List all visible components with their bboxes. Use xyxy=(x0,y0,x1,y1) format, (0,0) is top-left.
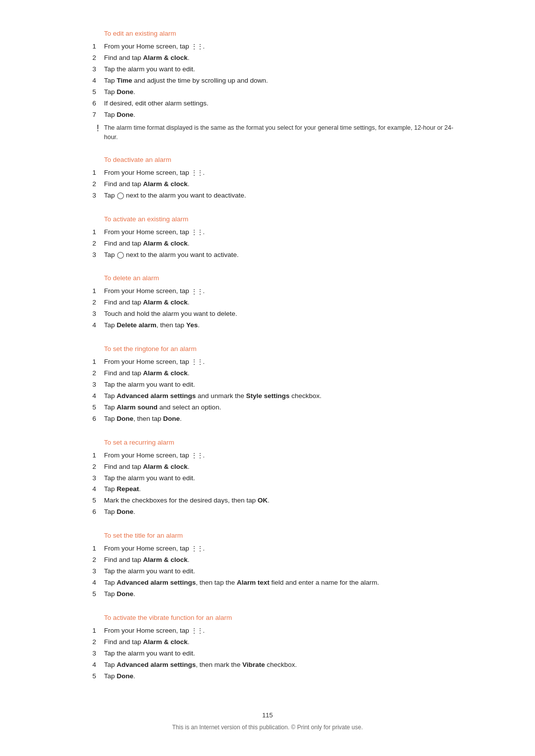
step-text: Find and tap Alarm & clock. xyxy=(104,368,461,379)
step-item: 4Tap Repeat. xyxy=(74,484,461,495)
step-text: From your Home screen, tap ⋮⋮. xyxy=(104,42,461,52)
step-number: 2 xyxy=(74,368,104,379)
step-number: 2 xyxy=(74,298,104,308)
step-text: Find and tap Alarm & clock. xyxy=(104,179,461,190)
step-text: Tap Done. xyxy=(104,110,461,120)
section-deactivate-alarm: To deactivate an alarm1From your Home sc… xyxy=(74,156,461,202)
step-item: 5Tap Alarm sound and select an option. xyxy=(74,402,461,413)
step-number: 3 xyxy=(74,566,104,577)
step-number: 3 xyxy=(74,649,104,659)
step-item: 3Tap the alarm you want to edit. xyxy=(74,64,461,75)
step-number: 5 xyxy=(74,589,104,600)
step-text: Find and tap Alarm & clock. xyxy=(104,462,461,472)
step-number: 7 xyxy=(74,110,104,120)
step-number: 3 xyxy=(74,473,104,484)
step-number: 1 xyxy=(74,227,104,238)
steps-list-activate-vibrate: 1From your Home screen, tap ⋮⋮.2Find and… xyxy=(74,625,461,682)
step-text: From your Home screen, tap ⋮⋮. xyxy=(104,168,461,178)
step-number: 6 xyxy=(74,99,104,109)
step-item: 4Tap Delete alarm, then tap Yes. xyxy=(74,320,461,331)
step-text: Tap Advanced alarm settings and unmark t… xyxy=(104,391,461,402)
section-edit-alarm: To edit an existing alarm1From your Home… xyxy=(74,30,461,142)
section-title-delete-alarm: To delete an alarm xyxy=(74,274,461,282)
step-number: 3 xyxy=(74,64,104,75)
step-item: 3Tap the alarm you want to edit. xyxy=(74,473,461,484)
disclaimer: This is an Internet version of this publ… xyxy=(74,724,461,731)
step-number: 1 xyxy=(74,451,104,461)
step-number: 4 xyxy=(74,76,104,86)
step-text: If desired, edit other alarm settings. xyxy=(104,99,461,109)
step-number: 1 xyxy=(74,544,104,554)
step-number: 1 xyxy=(74,626,104,636)
section-title-deactivate-alarm: To deactivate an alarm xyxy=(74,156,461,163)
step-text: Tap the alarm you want to edit. xyxy=(104,649,461,659)
step-number: 1 xyxy=(74,286,104,297)
step-item: 3Tap the alarm you want to edit. xyxy=(74,566,461,577)
step-item: 5Mark the checkboxes for the desired day… xyxy=(74,495,461,506)
step-text: Tap the alarm you want to edit. xyxy=(104,64,461,75)
step-number: 3 xyxy=(74,380,104,390)
step-item: 4Tap Time and adjust the time by scrolli… xyxy=(74,75,461,87)
step-text: Find and tap Alarm & clock. xyxy=(104,239,461,249)
section-activate-alarm: To activate an existing alarm1From your … xyxy=(74,215,461,261)
step-number: 2 xyxy=(74,462,104,472)
step-text: Tap Advanced alarm settings, then tap th… xyxy=(104,578,461,588)
step-number: 6 xyxy=(74,507,104,517)
note-block: !The alarm time format displayed is the … xyxy=(74,120,461,142)
step-text: Touch and hold the alarm you want to del… xyxy=(104,309,461,319)
step-item: 5Tap Done. xyxy=(74,87,461,98)
step-text: From your Home screen, tap ⋮⋮. xyxy=(104,227,461,238)
step-number: 2 xyxy=(74,637,104,648)
step-text: From your Home screen, tap ⋮⋮. xyxy=(104,626,461,636)
step-number: 1 xyxy=(74,42,104,52)
step-number: 4 xyxy=(74,484,104,495)
step-number: 2 xyxy=(74,239,104,249)
step-number: 5 xyxy=(74,671,104,682)
step-text: Tap Done. xyxy=(104,507,461,517)
page-number: 115 xyxy=(74,711,461,719)
step-text: Tap Done. xyxy=(104,589,461,600)
section-set-recurring: To set a recurring alarm1From your Home … xyxy=(74,439,461,518)
step-item: 3Tap the alarm you want to edit. xyxy=(74,379,461,391)
note-text: The alarm time format displayed is the s… xyxy=(104,123,461,142)
step-item: 2Find and tap Alarm & clock. xyxy=(74,368,461,379)
step-item: 5Tap Done. xyxy=(74,671,461,682)
step-text: Find and tap Alarm & clock. xyxy=(104,298,461,308)
section-set-title: To set the title for an alarm1From your … xyxy=(74,532,461,600)
section-title-edit-alarm: To edit an existing alarm xyxy=(74,30,461,37)
section-title-activate-alarm: To activate an existing alarm xyxy=(74,215,461,223)
step-item: 1From your Home screen, tap ⋮⋮. xyxy=(74,625,461,637)
step-item: 1From your Home screen, tap ⋮⋮. xyxy=(74,543,461,554)
step-text: From your Home screen, tap ⋮⋮. xyxy=(104,286,461,297)
step-number: 3 xyxy=(74,250,104,260)
step-item: 2Find and tap Alarm & clock. xyxy=(74,461,461,473)
step-text: Tap Done, then tap Done. xyxy=(104,414,461,424)
step-item: 3Tap ◯ next to the alarm you want to act… xyxy=(74,250,461,261)
steps-list-edit-alarm: 1From your Home screen, tap ⋮⋮.2Find and… xyxy=(74,41,461,120)
step-item: 1From your Home screen, tap ⋮⋮. xyxy=(74,227,461,238)
section-title-set-ringtone: To set the ringtone for an alarm xyxy=(74,345,461,353)
steps-list-set-title: 1From your Home screen, tap ⋮⋮.2Find and… xyxy=(74,543,461,600)
steps-list-delete-alarm: 1From your Home screen, tap ⋮⋮.2Find and… xyxy=(74,286,461,331)
step-item: 3Tap ◯ next to the alarm you want to dea… xyxy=(74,190,461,202)
step-item: 6Tap Done, then tap Done. xyxy=(74,413,461,425)
step-number: 1 xyxy=(74,357,104,367)
step-item: 3Tap the alarm you want to edit. xyxy=(74,648,461,659)
step-number: 4 xyxy=(74,660,104,670)
step-text: Tap the alarm you want to edit. xyxy=(104,473,461,484)
step-text: Tap Time and adjust the time by scrollin… xyxy=(104,76,461,86)
steps-list-deactivate-alarm: 1From your Home screen, tap ⋮⋮.2Find and… xyxy=(74,167,461,202)
step-text: From your Home screen, tap ⋮⋮. xyxy=(104,357,461,367)
step-text: Tap Done. xyxy=(104,671,461,682)
step-number: 3 xyxy=(74,191,104,201)
step-text: From your Home screen, tap ⋮⋮. xyxy=(104,451,461,461)
step-text: Tap the alarm you want to edit. xyxy=(104,566,461,577)
step-item: 4Tap Advanced alarm settings and unmark … xyxy=(74,391,461,402)
step-item: 7Tap Done. xyxy=(74,109,461,121)
step-item: 1From your Home screen, tap ⋮⋮. xyxy=(74,41,461,52)
step-number: 5 xyxy=(74,403,104,413)
section-activate-vibrate: To activate the vibrate function for an … xyxy=(74,614,461,682)
step-item: 6Tap Done. xyxy=(74,506,461,518)
section-title-set-title: To set the title for an alarm xyxy=(74,532,461,539)
step-text: Tap ◯ next to the alarm you want to deac… xyxy=(104,191,461,201)
